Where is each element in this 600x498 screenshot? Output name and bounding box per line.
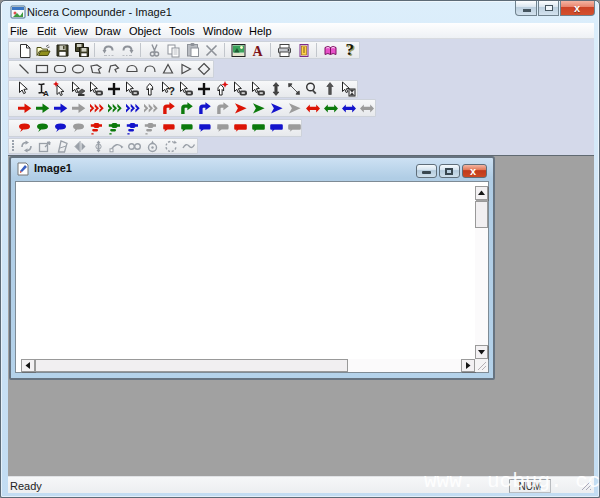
svg-text:A: A	[252, 43, 263, 58]
svg-text:?: ?	[345, 42, 354, 58]
svg-text:A: A	[43, 89, 49, 97]
svg-text:?: ?	[168, 85, 175, 97]
